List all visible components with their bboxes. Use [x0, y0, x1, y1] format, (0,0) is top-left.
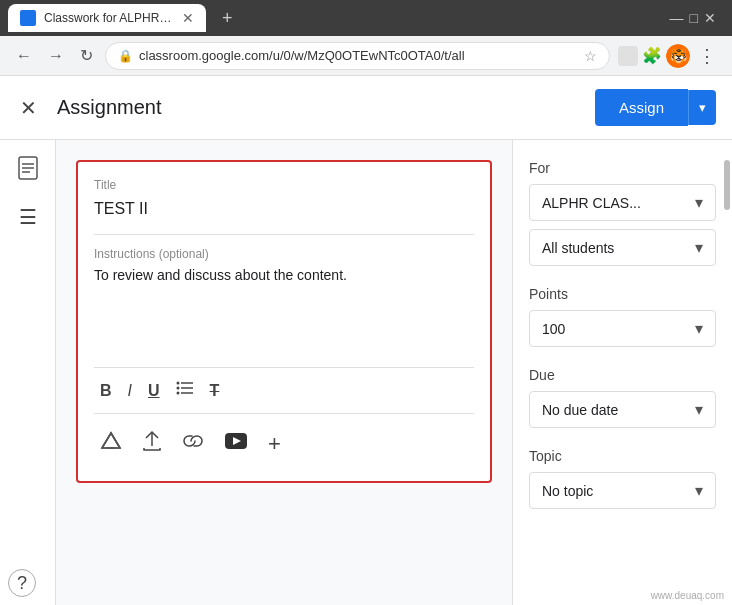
youtube-button[interactable] [218, 428, 254, 459]
topic-select[interactable]: No topic ▾ [529, 472, 716, 509]
points-label: Points [529, 286, 716, 302]
right-panel: For ALPHR CLAS... ▾ All students ▾ Point… [512, 140, 732, 605]
due-label: Due [529, 367, 716, 383]
due-value: No due date [542, 402, 618, 418]
topic-value: No topic [542, 483, 593, 499]
title-input[interactable] [94, 196, 474, 222]
sidebar: ☰ [0, 140, 56, 605]
for-field-group: For ALPHR CLAS... ▾ All students ▾ [529, 160, 716, 266]
svg-rect-0 [22, 12, 34, 24]
due-select[interactable]: No due date ▾ [529, 391, 716, 428]
watermark: www.deuaq.com [651, 590, 724, 601]
puzzle-icon[interactable]: 🧩 [642, 46, 662, 65]
instructions-section: Instructions (optional) [94, 235, 474, 359]
drive-attach-button[interactable] [94, 426, 128, 461]
topic-field-group: Topic No topic ▾ [529, 448, 716, 509]
extension-icon-1 [618, 46, 638, 66]
class-value: ALPHR CLAS... [542, 195, 641, 211]
extension-icons: 🧩 🐯 ⋮ [618, 44, 720, 68]
document-icon[interactable] [18, 156, 38, 185]
browser-menu-button[interactable]: ⋮ [694, 45, 720, 67]
due-chevron: ▾ [695, 400, 703, 419]
italic-button[interactable]: I [122, 378, 138, 404]
points-chevron: ▾ [695, 319, 703, 338]
maximize-button[interactable]: □ [690, 10, 698, 26]
svg-marker-14 [102, 433, 120, 448]
svg-point-10 [176, 382, 179, 385]
bookmark-icon[interactable]: ☆ [584, 48, 597, 64]
for-label: For [529, 160, 716, 176]
topic-chevron: ▾ [695, 481, 703, 500]
bold-button[interactable]: B [94, 378, 118, 404]
help-button[interactable]: ? [8, 569, 36, 597]
app-header: ✕ Assignment Assign ▾ [0, 76, 732, 140]
window-controls: — □ ✕ [670, 10, 724, 26]
content-area: Title Instructions (optional) B I U T [56, 140, 512, 605]
title-section: Title [94, 178, 474, 235]
refresh-button[interactable]: ↻ [76, 42, 97, 69]
class-select[interactable]: ALPHR CLAS... ▾ [529, 184, 716, 221]
underline-button[interactable]: U [142, 378, 166, 404]
instructions-input[interactable] [94, 265, 474, 355]
minimize-button[interactable]: — [670, 10, 684, 26]
points-select[interactable]: 100 ▾ [529, 310, 716, 347]
address-bar: ← → ↻ 🔒 classroom.google.com/u/0/w/MzQ0O… [0, 36, 732, 76]
upload-button[interactable] [136, 426, 168, 461]
back-button[interactable]: ← [12, 43, 36, 69]
page-title: Assignment [57, 96, 579, 119]
due-field-group: Due No due date ▾ [529, 367, 716, 428]
link-button[interactable] [176, 428, 210, 459]
svg-point-11 [176, 387, 179, 390]
lock-icon: 🔒 [118, 49, 133, 63]
url-bar[interactable]: 🔒 classroom.google.com/u/0/w/MzQ0OTEwNTc… [105, 42, 610, 70]
close-assignment-button[interactable]: ✕ [16, 92, 41, 124]
assign-button[interactable]: Assign [595, 89, 688, 126]
students-chevron: ▾ [695, 238, 703, 257]
browser-chrome: Classwork for ALPHR CLASS SAM ✕ + — □ ✕ [0, 0, 732, 36]
browser-tab[interactable]: Classwork for ALPHR CLASS SAM ✕ [8, 4, 206, 32]
assignment-form: Title Instructions (optional) B I U T [76, 160, 492, 483]
forward-button[interactable]: → [44, 43, 68, 69]
instructions-label: Instructions (optional) [94, 247, 474, 261]
svg-text:🐯: 🐯 [670, 48, 688, 65]
assign-button-group: Assign ▾ [595, 89, 716, 126]
svg-point-12 [176, 392, 179, 395]
formatting-toolbar: B I U T [94, 367, 474, 413]
svg-marker-13 [102, 433, 120, 448]
attachment-row: + [94, 413, 474, 465]
students-select[interactable]: All students ▾ [529, 229, 716, 266]
class-chevron: ▾ [695, 193, 703, 212]
assign-dropdown-button[interactable]: ▾ [688, 90, 716, 125]
points-field-group: Points 100 ▾ [529, 286, 716, 347]
tab-favicon [20, 10, 36, 26]
new-tab-button[interactable]: + [214, 8, 241, 29]
list-button[interactable] [170, 376, 200, 405]
tab-title: Classwork for ALPHR CLASS SAM [44, 11, 174, 25]
students-value: All students [542, 240, 614, 256]
scrollbar[interactable] [724, 160, 730, 210]
points-value: 100 [542, 321, 565, 337]
topic-label: Topic [529, 448, 716, 464]
menu-icon[interactable]: ☰ [19, 205, 37, 229]
title-label: Title [94, 178, 474, 192]
footer: ? [8, 569, 36, 597]
main-layout: ☰ Title Instructions (optional) B I U [0, 140, 732, 605]
profile-avatar[interactable]: 🐯 [666, 44, 690, 68]
url-text: classroom.google.com/u/0/w/MzQ0OTEwNTc0O… [139, 48, 578, 63]
close-window-button[interactable]: ✕ [704, 10, 716, 26]
add-more-button[interactable]: + [262, 427, 287, 461]
tab-close-button[interactable]: ✕ [182, 10, 194, 26]
strikethrough-button[interactable]: T [204, 378, 226, 404]
